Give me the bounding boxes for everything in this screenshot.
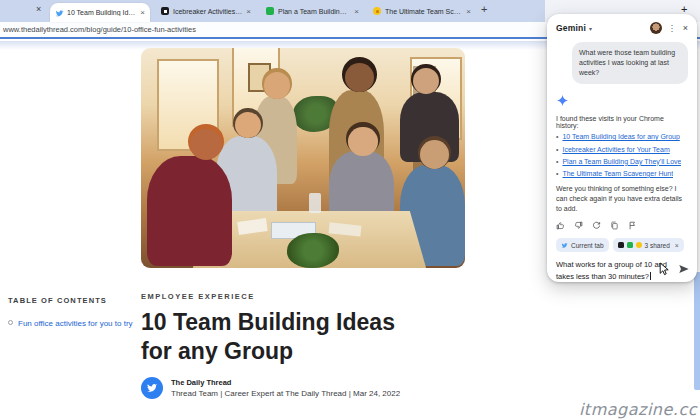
gemini-response-outro: Were you thinking of something else? I c… [556,184,688,214]
bullet-icon: • [556,169,558,179]
history-link-4[interactable]: The Ultimate Team Scavenger Hunt [562,169,673,179]
toc-header: TABLE OF CONTENTS [8,296,136,305]
list-item: • Icebreaker Activities for Your Team [556,145,688,155]
hero-image [141,48,465,268]
chevron-down-icon[interactable]: ▾ [589,25,592,32]
current-tab-chip-label: Current tab [571,242,604,249]
tab-close-icon[interactable]: × [246,7,251,16]
list-item: • Plan a Team Building Day They'll Love [556,157,688,167]
partial-tab-close-icon[interactable]: × [36,4,41,14]
table-of-contents: TABLE OF CONTENTS Fun office activities … [8,296,136,329]
new-tab-icon[interactable]: + [481,3,487,15]
context-chips: Current tab 3 shared × [556,238,688,252]
gemini-panel: Gemini ▾ ⋮ × What were those team buildi… [547,14,697,282]
blue-bird-favicon [55,9,63,17]
thumbs-down-icon[interactable] [574,221,583,230]
gemini-sparkle-icon [557,92,688,110]
close-icon[interactable]: × [683,23,688,33]
mouse-cursor [659,262,671,280]
gemini-response-intro: I found these visits in your Chrome hist… [556,115,688,129]
bullet-icon: • [556,145,558,155]
tab-title: Plan a Team Building Day Th [278,8,350,15]
regenerate-icon[interactable] [592,221,601,230]
tab-title: 10 Team Building Ideas for a [67,9,136,16]
user-message-bubble: What were those team building activities… [572,42,688,84]
toc-link-fun-office-activities[interactable]: Fun office activities for you to try [8,319,136,329]
yellow-circle-favicon [373,7,381,15]
tab-plan-team-building-day[interactable]: Plan a Team Building Day Th × [261,0,364,22]
shared-tabs-chip[interactable]: 3 shared × [613,238,684,252]
article-header: EMPLOYEE EXPERIECE 10 Team Building Idea… [141,292,481,399]
bullet-icon: • [556,132,558,142]
send-button[interactable] [678,263,690,275]
gemini-title[interactable]: Gemini [556,23,586,33]
toc-bullet-icon [8,320,13,325]
byline-meta: Thread Team | Career Expert at The Daily… [171,389,400,398]
tab-scavenger-hunt[interactable]: The Ultimate Team Scaveng × [368,0,476,22]
tab-close-icon[interactable]: × [466,7,471,16]
watermark: itmagazine.cc [579,400,697,419]
chip-close-icon[interactable]: × [675,242,679,249]
tab-title: Icebreaker Activities for Your [173,8,242,15]
tab-team-building-ideas[interactable]: 10 Team Building Ideas for a × [50,3,150,22]
bullet-icon: • [556,157,558,167]
history-link-3[interactable]: Plan a Team Building Day They'll Love [562,157,681,167]
history-link-2[interactable]: Icebreaker Activities for Your Team [562,145,669,155]
publisher-name: The Daily Thread [171,378,400,387]
list-item: • The Ultimate Team Scavenger Hunt [556,169,688,179]
publisher-bird-avatar [141,377,163,399]
window-edge-strip [694,272,700,390]
article-category: EMPLOYEE EXPERIECE [141,292,481,301]
shared-chip-label: 3 shared [645,242,670,249]
article-title-line2: for any Group [141,337,481,366]
history-links-list: • 10 Team Building Ideas for any Group •… [556,132,688,179]
yellow-circle-favicon [636,242,642,248]
current-tab-chip[interactable]: Current tab [556,238,609,252]
user-avatar[interactable] [650,22,662,34]
toc-link-label: Fun office activities for you to try [18,319,133,329]
response-action-bar [556,221,688,230]
thumbs-up-icon[interactable] [556,221,565,230]
green-square-favicon [627,242,633,248]
flag-icon[interactable] [628,221,637,230]
article-title-line1: 10 Team Building Ideas [141,308,481,337]
tab-close-icon[interactable]: × [354,7,359,16]
list-item: • 10 Team Building Ideas for any Group [556,132,688,142]
kebab-menu-icon[interactable]: ⋮ [668,24,676,33]
green-square-favicon [266,7,274,15]
gemini-panel-header: Gemini ▾ ⋮ × [556,22,688,34]
tab-icebreaker-activities[interactable]: Icebreaker Activities for Your × [156,0,256,22]
text-caret [650,272,651,280]
url-text: www.thedailythread.com/blog/guide/10-off… [3,25,196,34]
article-title: 10 Team Building Ideas for any Group [141,308,481,366]
black-square-favicon [618,242,624,248]
blue-bird-favicon [561,242,568,249]
byline: The Daily Thread Thread Team | Career Ex… [141,377,481,399]
tab-close-icon[interactable]: × [140,8,145,17]
black-square-favicon [161,7,169,15]
history-link-1[interactable]: 10 Team Building Ideas for any Group [562,132,679,142]
copy-icon[interactable] [610,221,619,230]
tab-title: The Ultimate Team Scaveng [385,8,462,15]
